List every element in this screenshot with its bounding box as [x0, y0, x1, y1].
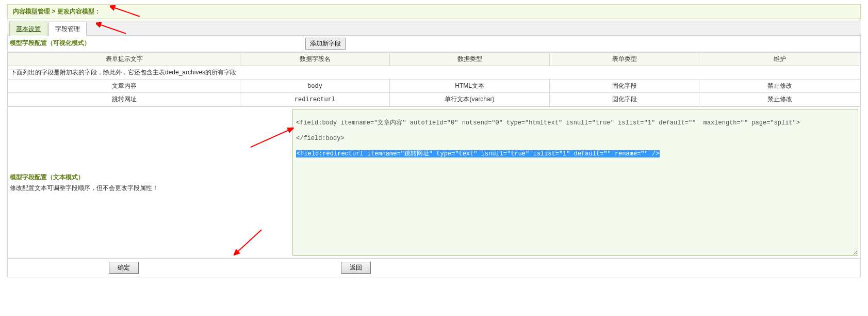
- tab-field-management[interactable]: 字段管理: [48, 22, 87, 36]
- tab-bar: 基本设置 字段管理: [7, 21, 861, 36]
- cell-dtype: HTML文本: [390, 80, 550, 93]
- col-header-field: 数据字段名: [240, 53, 390, 66]
- table-note-row: 下面列出的字段是附加表的字段，除此外，它还包含主表dede_archives的所…: [8, 66, 860, 80]
- table-row: 跳转网址 redirecturl 单行文本(varchar) 固化字段 禁止修改: [8, 93, 860, 106]
- tab-basic-settings[interactable]: 基本设置: [9, 22, 47, 36]
- table-row: 文章内容 body HTML文本 固化字段 禁止修改: [8, 80, 860, 93]
- section-text-title: 模型字段配置（文本模式）: [10, 173, 288, 182]
- svg-line-0: [113, 7, 140, 17]
- cell-maint: 禁止修改: [699, 80, 860, 93]
- fields-table: 表单提示文字 数据字段名 数据类型 表单类型 维护 下面列出的字段是附加表的字段…: [8, 52, 860, 106]
- cell-ftype: 固化字段: [550, 93, 699, 106]
- svg-line-1: [99, 24, 126, 34]
- annotation-arrow-icon: [96, 22, 127, 35]
- code-line: </field:body>: [296, 134, 855, 143]
- col-header-maint: 维护: [699, 53, 860, 66]
- add-field-button[interactable]: 添加新字段: [305, 38, 346, 50]
- code-line-selected: <field:redirecturl itemname="跳转网址" type=…: [296, 150, 660, 157]
- cell-ftype: 固化字段: [550, 80, 699, 93]
- xml-config-textarea[interactable]: <field:body itemname="文章内容" autofield="0…: [292, 109, 858, 256]
- col-header-label: 表单提示文字: [8, 53, 240, 66]
- breadcrumb-seg2: 更改内容模型：: [57, 8, 101, 15]
- cell-field: body: [240, 80, 390, 93]
- cell-label: 跳转网址: [8, 93, 240, 106]
- cell-dtype: 单行文本(varchar): [390, 93, 550, 106]
- annotation-arrow-icon: [110, 5, 141, 18]
- col-header-ftype: 表单类型: [550, 53, 699, 66]
- cell-field: redirecturl: [240, 93, 390, 106]
- breadcrumb-seg1[interactable]: 内容模型管理: [13, 8, 50, 15]
- cell-maint: 禁止修改: [699, 93, 860, 106]
- section-text-hint: 修改配置文本可调整字段顺序，但不会更改字段属性！: [10, 184, 288, 193]
- cell-label: 文章内容: [8, 80, 240, 93]
- breadcrumb-sep: >: [50, 8, 57, 15]
- breadcrumb: 内容模型管理 > 更改内容模型：: [7, 4, 861, 19]
- back-button[interactable]: 返回: [341, 262, 371, 274]
- code-line: <field:body itemname="文章内容" autofield="0…: [296, 119, 855, 127]
- ok-button[interactable]: 确定: [109, 262, 139, 274]
- col-header-dtype: 数据类型: [390, 53, 550, 66]
- section-visual-title: 模型字段配置（可视化模式）: [8, 36, 303, 52]
